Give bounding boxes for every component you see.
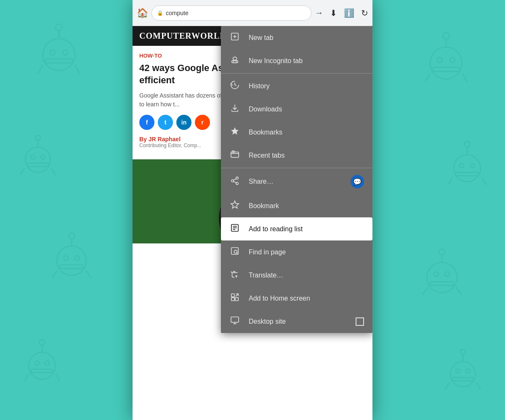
svg-point-48	[427, 262, 457, 293]
svg-line-13	[51, 168, 56, 175]
svg-line-52	[423, 287, 428, 295]
menu-item-find-in-page[interactable]: Find in page	[221, 240, 372, 264]
menu-item-bookmark[interactable]: Bookmark	[221, 194, 372, 217]
svg-point-56	[450, 362, 476, 387]
phone-frame: 🏠 🔒 compute → ⬇ ℹ️ ↻ COMPUTERWORLD HOW-T…	[133, 0, 372, 420]
add-reading-list-label: Add to reading list	[249, 225, 364, 233]
share-icon	[229, 176, 240, 188]
menu-item-add-reading-list[interactable]: Add to reading list	[221, 217, 372, 240]
new-incognito-tab-label: New Incognito tab	[249, 57, 364, 65]
refresh-button[interactable]: ↻	[361, 8, 368, 18]
downloads-icon	[229, 103, 240, 115]
add-home-icon	[229, 293, 240, 304]
svg-point-10	[35, 135, 40, 140]
svg-point-38	[437, 58, 442, 63]
incognito-icon	[229, 55, 240, 66]
svg-line-53	[456, 287, 461, 295]
translate-label: Translate…	[249, 272, 364, 279]
separator-2	[221, 168, 372, 168]
svg-point-23	[75, 256, 80, 261]
svg-line-12	[20, 168, 24, 175]
svg-point-14	[31, 155, 35, 159]
svg-point-62	[456, 369, 460, 373]
svg-point-24	[29, 352, 56, 379]
bookmark-label: Bookmark	[249, 202, 364, 210]
menu-item-new-tab[interactable]: New tab	[221, 26, 372, 49]
share-badge: 💬	[351, 175, 364, 188]
svg-line-44	[448, 177, 453, 185]
menu-item-recent-tabs[interactable]: Recent tabs	[221, 144, 372, 167]
svg-rect-97	[231, 298, 234, 301]
svg-point-58	[460, 349, 465, 354]
download-button[interactable]: ⬇	[330, 8, 337, 18]
svg-line-20	[52, 270, 57, 278]
svg-point-42	[465, 142, 470, 147]
forward-button[interactable]: →	[315, 8, 323, 18]
context-menu: New tab New Incognito tab	[221, 26, 372, 333]
svg-point-26	[40, 340, 45, 346]
svg-rect-11	[27, 163, 49, 166]
svg-line-28	[24, 374, 29, 381]
svg-point-6	[50, 50, 55, 55]
svg-rect-19	[60, 265, 83, 269]
svg-rect-27	[31, 369, 53, 372]
page-content: COMPUTERWORLD HOW-TO 42 ways Google Assi…	[133, 26, 372, 420]
desktop-site-checkbox[interactable]	[356, 317, 364, 326]
svg-rect-82	[231, 152, 239, 158]
find-in-page-label: Find in page	[249, 248, 364, 256]
svg-point-18	[69, 233, 74, 239]
menu-item-translate[interactable]: Translate…	[221, 264, 372, 287]
menu-item-history[interactable]: History	[221, 74, 372, 98]
find-in-page-icon	[229, 246, 240, 258]
svg-point-63	[466, 369, 470, 373]
bookmark-icon	[229, 200, 240, 211]
home-button[interactable]: 🏠	[137, 8, 148, 18]
context-menu-overlay: New tab New Incognito tab	[133, 26, 372, 420]
info-button[interactable]: ℹ️	[344, 8, 354, 18]
url-bar[interactable]: 🔒 compute	[152, 5, 311, 21]
svg-point-7	[63, 50, 68, 55]
svg-point-55	[445, 272, 450, 277]
menu-item-share[interactable]: Share… 💬	[221, 169, 372, 194]
svg-line-87	[234, 181, 236, 183]
svg-line-61	[476, 383, 481, 389]
translate-icon	[229, 269, 240, 281]
browser-chrome: 🏠 🔒 compute → ⬇ ℹ️ ↻	[133, 0, 372, 26]
history-label: History	[249, 82, 364, 90]
desktop-site-icon	[229, 316, 240, 327]
svg-rect-59	[452, 378, 474, 381]
separator-1	[221, 73, 372, 74]
recent-tabs-icon	[229, 150, 240, 161]
menu-item-new-incognito-tab[interactable]: New Incognito tab	[221, 49, 372, 72]
svg-point-85	[231, 180, 234, 182]
svg-point-15	[41, 155, 45, 159]
bookmarks-icon	[229, 127, 240, 138]
svg-rect-43	[455, 172, 479, 176]
url-text: compute	[166, 10, 189, 16]
svg-point-78	[233, 57, 237, 60]
svg-point-2	[56, 24, 62, 31]
svg-line-5	[75, 65, 80, 74]
recent-tabs-label: Recent tabs	[249, 152, 364, 159]
svg-rect-35	[433, 67, 460, 71]
menu-item-bookmarks[interactable]: Bookmarks	[221, 121, 372, 144]
svg-rect-51	[430, 282, 454, 285]
svg-line-45	[481, 177, 486, 185]
menu-item-desktop-site[interactable]: Desktop site	[221, 310, 372, 333]
svg-line-36	[425, 73, 430, 82]
svg-line-29	[56, 374, 60, 381]
svg-point-47	[470, 164, 475, 168]
history-icon	[229, 80, 240, 92]
browser-nav-icons: → ⬇ ℹ️ ↻	[315, 8, 368, 18]
svg-point-50	[439, 249, 445, 255]
svg-point-8	[25, 147, 50, 172]
svg-point-22	[64, 256, 69, 261]
svg-point-46	[460, 164, 464, 168]
svg-line-95	[237, 253, 237, 254]
svg-point-86	[236, 182, 239, 185]
menu-item-downloads[interactable]: Downloads	[221, 98, 372, 121]
add-home-screen-label: Add to Home screen	[249, 295, 364, 302]
svg-point-39	[450, 58, 455, 63]
menu-item-add-home-screen[interactable]: Add to Home screen	[221, 287, 372, 310]
svg-point-81	[236, 61, 237, 62]
